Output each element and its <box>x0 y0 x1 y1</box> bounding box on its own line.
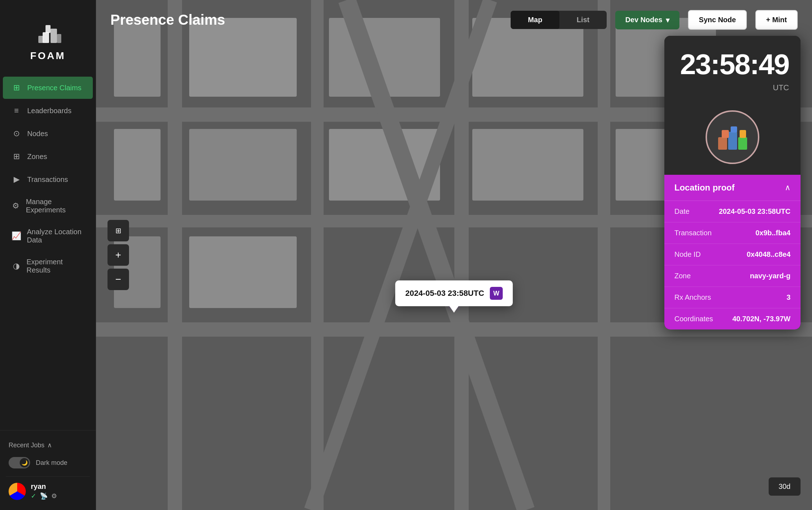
sidebar-bottom: Recent Jobs ∧ 🌙 Dark mode ryan ✓ 📡 ⚙ <box>0 430 96 510</box>
svg-rect-4 <box>46 25 51 33</box>
sidebar-item-zones-label: Zones <box>27 153 47 161</box>
map-controls: ⊞ + − <box>108 220 129 290</box>
transactions-icon: ▶ <box>11 175 22 184</box>
map-area[interactable]: ⊞ + − 2024-05-03 23:58UTC W 23:58:49UTC <box>96 0 812 510</box>
svg-rect-2 <box>38 36 43 43</box>
foam-blocks-icon <box>711 119 754 155</box>
location-proof-collapse-button[interactable]: ∧ <box>785 183 790 192</box>
sidebar-item-analyze-location-data[interactable]: 📈 Analyze Location Data <box>3 221 93 251</box>
sidebar-item-nodes[interactable]: ⊙ Nodes <box>3 122 93 145</box>
lp-date-key: Date <box>674 207 689 216</box>
svg-rect-19 <box>189 129 297 201</box>
sidebar-item-transactions-label: Transactions <box>27 175 68 184</box>
mint-button[interactable]: + Mint <box>755 10 798 30</box>
svg-rect-10 <box>311 0 324 510</box>
layers-button[interactable]: ⊞ <box>108 220 129 241</box>
tab-list[interactable]: List <box>559 11 607 29</box>
popup-date-text: 2024-05-03 23:58UTC <box>405 289 484 298</box>
user-name: ryan <box>31 482 57 491</box>
lp-row-zone: Zone navy-yard-g <box>664 265 801 287</box>
user-avatar <box>9 483 26 500</box>
dark-mode-label: Dark mode <box>36 459 67 467</box>
svg-rect-3 <box>57 34 61 43</box>
lp-nodeid-value: 0x4048..c8e4 <box>747 250 790 259</box>
dark-mode-toggle[interactable]: 🌙 <box>9 457 30 468</box>
zones-icon: ⊞ <box>11 152 22 161</box>
sidebar-item-experiment-results-label: Experiment Results <box>27 258 84 274</box>
manage-experiments-icon: ⚙ <box>11 201 20 211</box>
popup-w-button[interactable]: W <box>490 287 503 300</box>
recent-jobs-toggle[interactable]: Recent Jobs ∧ <box>6 438 90 453</box>
sidebar-item-manage-experiments-label: Manage Experiments <box>26 198 84 214</box>
toggle-knob: 🌙 <box>20 458 29 467</box>
foam-avatar <box>706 110 759 164</box>
lp-coordinates-key: Coordinates <box>674 315 713 323</box>
sidebar-nav: ⊞ Presence Claims ≡ Leaderboards ⊙ Nodes… <box>0 72 96 430</box>
sidebar-item-experiment-results[interactable]: ◑ Experiment Results <box>3 251 93 281</box>
layers-icon: ⊞ <box>115 226 121 235</box>
lp-row-date: Date 2024-05-03 23:58UTC <box>664 201 801 222</box>
sidebar-item-analyze-location-data-label: Analyze Location Data <box>27 228 84 244</box>
sidebar-item-presence-claims[interactable]: ⊞ Presence Claims <box>3 77 93 99</box>
page-title: Presence Claims <box>110 12 502 28</box>
lp-zone-value: navy-yard-g <box>750 272 790 280</box>
sidebar-item-leaderboards-label: Leaderboards <box>27 107 71 115</box>
lp-row-transaction: Transaction 0x9b..fba4 <box>664 222 801 244</box>
dev-nodes-chevron-icon: ▾ <box>666 16 669 24</box>
location-proof-panel: Location proof ∧ Date 2024-05-03 23:58UT… <box>664 175 801 329</box>
experiment-results-icon: ◑ <box>11 261 21 271</box>
location-proof-header: Location proof ∧ <box>664 175 801 201</box>
period-filter-button[interactable]: 30d <box>769 477 801 496</box>
lp-nodeid-key: Node ID <box>674 250 701 259</box>
zoom-out-button[interactable]: − <box>108 269 129 290</box>
lp-row-nodeid: Node ID 0x4048..c8e4 <box>664 244 801 265</box>
svg-rect-28 <box>728 132 737 150</box>
zoom-in-button[interactable]: + <box>108 244 129 266</box>
lp-row-rx-anchors: Rx Anchors 3 <box>664 287 801 308</box>
user-status-icons: ✓ 📡 ⚙ <box>31 492 57 500</box>
foam-logo-icon <box>32 14 64 47</box>
clock-time: 23:58:49 <box>680 48 789 80</box>
svg-rect-1 <box>51 29 57 43</box>
sidebar-item-nodes-label: Nodes <box>27 130 48 138</box>
sidebar-item-transactions[interactable]: ▶ Transactions <box>3 168 93 191</box>
dark-mode-row: 🌙 Dark mode <box>6 453 90 473</box>
right-panel: 23:58:49UTC Lo <box>664 36 801 329</box>
svg-rect-12 <box>598 0 610 510</box>
clock-utc-label: UTC <box>773 83 789 92</box>
lp-zone-key: Zone <box>674 272 691 280</box>
svg-rect-9 <box>168 0 182 510</box>
user-row: ryan ✓ 📡 ⚙ <box>6 476 90 503</box>
location-proof-title: Location proof <box>674 183 735 193</box>
lp-date-value: 2024-05-03 23:58UTC <box>719 207 790 216</box>
lp-row-coordinates: Coordinates 40.702N, -73.97W <box>664 308 801 329</box>
svg-rect-27 <box>718 137 727 150</box>
sync-node-button[interactable]: Sync Node <box>688 10 746 30</box>
svg-rect-0 <box>43 32 49 43</box>
user-info: ryan ✓ 📡 ⚙ <box>31 482 57 500</box>
svg-rect-32 <box>740 130 746 138</box>
tab-map[interactable]: Map <box>511 11 559 29</box>
leaderboards-icon: ≡ <box>11 106 22 115</box>
sidebar-logo: FOAM <box>0 0 96 72</box>
sidebar-item-presence-claims-label: Presence Claims <box>27 84 81 92</box>
location-popup[interactable]: 2024-05-03 23:58UTC W <box>395 280 513 306</box>
view-tabs: Map List <box>511 11 607 29</box>
user-settings-icon[interactable]: ⚙ <box>51 492 57 500</box>
svg-rect-31 <box>731 126 737 133</box>
svg-rect-30 <box>722 130 729 138</box>
lp-rx-anchors-key: Rx Anchors <box>674 293 711 302</box>
sidebar-item-zones[interactable]: ⊞ Zones <box>3 145 93 168</box>
svg-rect-18 <box>114 129 161 201</box>
sidebar-item-leaderboards[interactable]: ≡ Leaderboards <box>3 100 93 122</box>
user-signal-icon: 📡 <box>40 492 48 500</box>
nodes-icon: ⊙ <box>11 129 22 138</box>
recent-jobs-label: Recent Jobs <box>9 442 44 449</box>
clock-section: 23:58:49UTC <box>664 36 801 103</box>
dev-nodes-button[interactable]: Dev Nodes ▾ <box>615 11 679 29</box>
avatar-section <box>664 103 801 175</box>
presence-claims-icon: ⊞ <box>11 83 22 92</box>
main-content: Presence Claims Map List Dev Nodes ▾ Syn… <box>96 0 812 510</box>
lp-coordinates-value: 40.702N, -73.97W <box>732 315 790 323</box>
sidebar-item-manage-experiments[interactable]: ⚙ Manage Experiments <box>3 191 93 221</box>
